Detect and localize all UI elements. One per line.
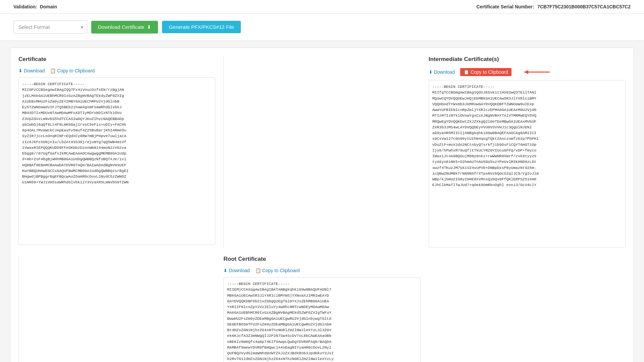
validation-label: Validation: — [13, 4, 37, 9]
download-label: Download — [229, 268, 250, 273]
download-link-intermediate[interactable]: ⬇ Download — [429, 69, 455, 75]
top-bar: Validation: Domain Certificate Serial Nu… — [0, 0, 644, 14]
cert-text-root: -----BEGIN CERTIFICATE----- MIIEMjCCAXqg… — [223, 277, 420, 362]
cert-actions-root: ⬇ Download📋 Copy to Clipboard — [223, 268, 420, 273]
generate-pfx-button[interactable]: Generate PFX/PKCS#12 File — [162, 21, 240, 33]
clipboard-icon: 📋 — [50, 68, 56, 73]
cert-title-intermediate: Intermediate Certificate(s) — [429, 56, 626, 64]
download-icon: ⬇ — [147, 24, 151, 30]
section-divider — [223, 56, 224, 248]
cert-section-certificate: Certificate⬇ Download📋 Copy to Clipboard… — [18, 56, 215, 248]
copy-link-certificate[interactable]: 📋 Copy to Clipboard — [50, 68, 95, 73]
red-arrow-icon — [520, 68, 550, 76]
cert-actions-intermediate: ⬇ Download📋 Copy to Clipboard — [429, 68, 626, 76]
download-arrow-icon: ⬇ — [429, 69, 433, 75]
download-certificate-button[interactable]: Download Certificate ⬇ — [91, 21, 158, 34]
download-cert-label: Download Certificate — [98, 24, 144, 30]
copy-link-root[interactable]: 📋 Copy to Clipboard — [255, 268, 300, 273]
serial-value: 7CB7F75C2301B000B37C57CA1CBC57C2 — [537, 4, 631, 9]
cert-section-intermediate: Intermediate Certificate(s)⬇ Download📋 C… — [429, 56, 626, 248]
annotation-arrow — [520, 68, 550, 76]
cert-title-certificate: Certificate — [18, 56, 215, 64]
validation-value: Domain — [40, 4, 57, 9]
validation-info: Validation: Domain — [13, 4, 57, 9]
download-arrow-icon: ⬇ — [223, 268, 227, 273]
select-format-wrapper: Select Format PEM DER PKCS#7 PFX/PKCS#12 — [13, 20, 87, 34]
select-format-dropdown[interactable]: Select Format PEM DER PKCS#7 PFX/PKCS#12 — [13, 20, 87, 34]
actions-bar: Select Format PEM DER PKCS#7 PFX/PKCS#12… — [0, 14, 644, 41]
serial-info: Certificate Serial Number: 7CB7F75C2301B… — [476, 4, 631, 9]
cert-title-root: Root Certificate — [223, 256, 420, 264]
cert-text-certificate: -----BEGIN CERTIFICATE----- MIIGPzCCBSeg… — [18, 77, 215, 245]
cert-actions-certificate: ⬇ Download📋 Copy to Clipboard — [18, 68, 215, 73]
copy-label: Copy to Clipboard — [57, 68, 95, 73]
download-arrow-icon: ⬇ — [18, 68, 22, 73]
download-link-certificate[interactable]: ⬇ Download — [18, 68, 45, 73]
copy-link-intermediate[interactable]: 📋 Copy to Clipboard — [460, 68, 512, 76]
section-divider — [18, 256, 19, 362]
clipboard-icon: 📋 — [464, 69, 469, 75]
cert-section-root: Root Certificate⬇ Download📋 Copy to Clip… — [223, 256, 420, 362]
svg-marker-1 — [524, 70, 528, 74]
clipboard-icon: 📋 — [255, 268, 261, 273]
cert-text-intermediate: -----BEGIN CERTIFICATE----- MIIfgTCCBGmg… — [429, 80, 626, 248]
generate-pfx-label: Generate PFX/PKCS#12 File — [169, 24, 234, 30]
download-label: Download — [24, 68, 45, 73]
serial-label: Certificate Serial Number: — [476, 4, 534, 9]
copy-label: Copy to Clipboard — [262, 268, 300, 273]
download-label: Download — [434, 69, 455, 75]
certificates-container: Certificate⬇ Download📋 Copy to Clipboard… — [10, 48, 634, 362]
download-link-root[interactable]: ⬇ Download — [223, 268, 250, 273]
copy-label: Copy to Clipboard — [471, 69, 508, 75]
